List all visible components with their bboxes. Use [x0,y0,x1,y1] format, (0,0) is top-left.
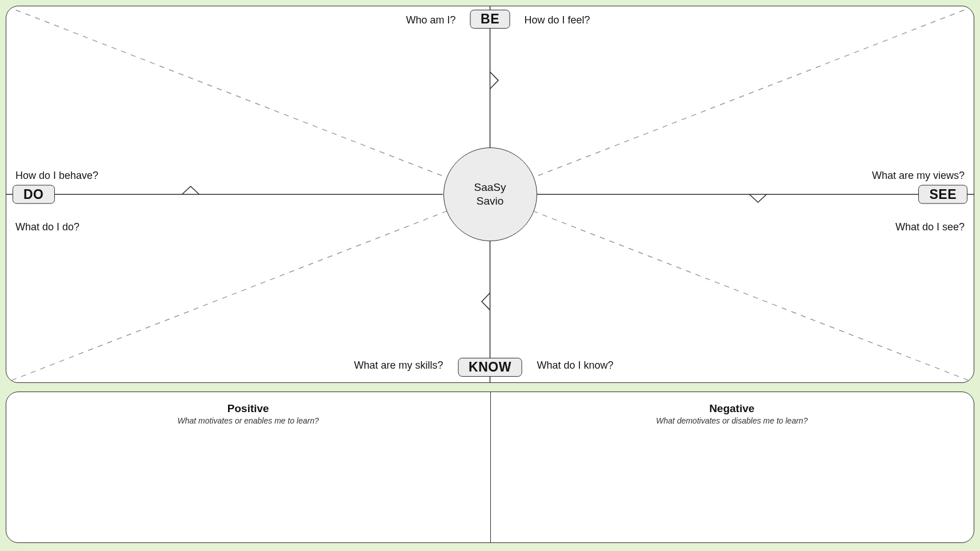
axis-label-do: DO [13,185,55,204]
axis-label-be: BE [470,10,510,29]
question-see-bottom: What do I see? [895,221,965,233]
question-do-top: How do I behave? [15,170,98,182]
center-persona-circle: SaaSy Savio [443,147,537,241]
question-know-right: What do I know? [537,360,614,372]
positive-title: Positive [6,402,490,415]
question-be-right: How do I feel? [525,14,590,26]
center-line1: SaaSy [474,181,506,193]
negative-subtitle: What demotivates or disables me to learn… [490,416,974,425]
main-diagram-panel: SaaSy Savio BE Who am I? How do I feel? … [6,6,974,383]
axis-label-know: KNOW [458,358,522,377]
center-line2: Savio [477,195,504,207]
negative-title: Negative [490,402,974,415]
axis-label-see: SEE [918,185,967,204]
question-be-left: Who am I? [406,14,455,26]
question-know-left: What are my skills? [354,360,443,372]
positive-subtitle: What motivates or enables me to learn? [6,416,490,425]
negative-column: Negative What demotivates or disables me… [490,402,974,425]
question-see-top: What are my views? [872,170,965,182]
bottom-panel: Positive What motivates or enables me to… [6,392,974,543]
positive-column: Positive What motivates or enables me to… [6,402,490,425]
question-do-bottom: What do I do? [15,221,79,233]
